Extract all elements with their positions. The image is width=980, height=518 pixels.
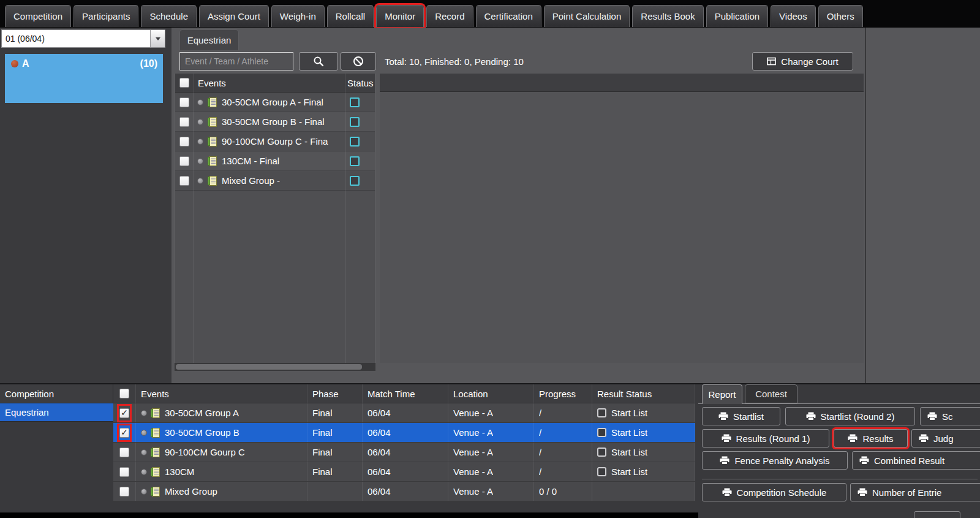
row-checkbox[interactable]	[119, 448, 129, 457]
change-court-label: Change Court	[781, 56, 838, 67]
result-status-value: Start List	[611, 427, 647, 438]
status-checkbox[interactable]	[350, 176, 360, 186]
result-status-value: Start List	[611, 467, 647, 477]
event-list-icon	[151, 467, 160, 477]
status-checkbox[interactable]	[350, 156, 360, 166]
session-select-value: 01 (06/04)	[2, 30, 150, 47]
scrollbar-thumb[interactable]	[176, 364, 362, 370]
column-header-phase: Phase	[307, 384, 363, 403]
results-round1-button[interactable]: Results (Round 1)	[702, 429, 829, 448]
panel-divider	[865, 28, 866, 383]
result-status-checkbox[interactable]	[597, 467, 606, 476]
table-row[interactable]: 90-100CM Gourp C Final 06/04 Venue - A /…	[113, 443, 695, 462]
result-status-checkbox[interactable]	[597, 448, 606, 457]
competition-schedule-button[interactable]: Competition Schedule	[702, 483, 846, 501]
row-checkbox[interactable]	[179, 176, 189, 186]
combined-results-button[interactable]: Combined Result	[852, 451, 980, 470]
session-select[interactable]: 01 (06/04)	[1, 29, 165, 48]
horizontal-scrollbar[interactable]	[175, 363, 375, 371]
dropdown-arrow-icon[interactable]	[150, 30, 165, 47]
column-divider	[194, 74, 194, 363]
event-list-icon	[208, 97, 217, 107]
fence-penalty-analysis-button[interactable]: Fence Penalty Analysis	[702, 451, 848, 470]
judge-button[interactable]: Judg	[911, 429, 980, 448]
tab-monitor[interactable]: Monitor	[376, 5, 424, 27]
search-button[interactable]	[299, 52, 338, 70]
printer-icon	[927, 412, 937, 421]
printer-icon	[806, 412, 816, 421]
row-checkbox[interactable]	[179, 137, 189, 147]
tab-publication[interactable]: Publication	[706, 5, 768, 27]
event-list-icon	[151, 448, 160, 457]
row-checkbox[interactable]	[179, 117, 189, 127]
table-row[interactable]: 30-50CM Group A Final 06/04 Venue - A / …	[113, 403, 695, 423]
court-card[interactable]: A (10)	[5, 54, 163, 103]
select-all-checkbox[interactable]	[119, 389, 129, 398]
tab-rollcall[interactable]: Rollcall	[327, 5, 374, 27]
clear-filter-button[interactable]	[341, 52, 376, 70]
tab-participants[interactable]: Participants	[74, 5, 138, 27]
startlist-button[interactable]: Startlist	[702, 407, 780, 425]
row-checkbox[interactable]	[179, 97, 189, 107]
tab-point-calculation[interactable]: Point Calculation	[544, 5, 630, 27]
tab-assign-court[interactable]: Assign Court	[199, 5, 269, 27]
partial-button[interactable]	[914, 511, 960, 518]
number-of-entries-button[interactable]: Number of Entrie	[850, 483, 980, 501]
match-time-value: 06/04	[368, 447, 391, 457]
search-input[interactable]	[179, 52, 293, 70]
table-row[interactable]: 30-50CM Group B Final 06/04 Venue - A / …	[113, 423, 695, 443]
button-label: Combined Result	[874, 455, 944, 466]
button-label: Competition Schedule	[737, 487, 827, 498]
competition-row-equestrian[interactable]: Equestrian	[0, 403, 113, 422]
monitor-events-table: Events Status 30-50CM Group A - Final 30…	[175, 74, 375, 363]
select-all-checkbox[interactable]	[179, 78, 189, 88]
report-panel: Report Contest Startlist Startlist (Roun…	[698, 384, 980, 518]
row-checkbox[interactable]	[179, 156, 189, 166]
change-court-button[interactable]: Change Court	[752, 52, 853, 70]
tab-equestrian[interactable]: Equestrian	[179, 29, 239, 50]
startlist-round2-button[interactable]: Startlist (Round 2)	[785, 407, 915, 425]
result-status-checkbox[interactable]	[597, 408, 606, 417]
summary-text: Total: 10, Finished: 0, Pending: 10	[385, 52, 524, 70]
event-list-icon	[208, 156, 217, 166]
progress-value: /	[539, 447, 541, 457]
tab-videos[interactable]: Videos	[771, 5, 816, 27]
tab-weigh-in[interactable]: Weigh-in	[271, 5, 325, 27]
detail-panel-header	[380, 74, 864, 92]
tab-results-book[interactable]: Results Book	[632, 5, 703, 27]
row-checkbox[interactable]	[119, 428, 129, 438]
change-court-icon	[767, 57, 776, 66]
status-checkbox[interactable]	[350, 117, 360, 127]
column-header-match-time: Match Time	[363, 384, 448, 403]
status-checkbox[interactable]	[350, 97, 360, 107]
tab-record[interactable]: Record	[426, 5, 473, 27]
tab-schedule[interactable]: Schedule	[141, 5, 197, 27]
printer-icon	[858, 488, 867, 497]
tab-others[interactable]: Others	[818, 5, 863, 27]
row-checkbox[interactable]	[119, 408, 129, 418]
event-list-icon	[208, 137, 217, 147]
progress-value: /	[539, 467, 541, 477]
table-row[interactable]: 130CM Final 06/04 Venue - A / Start List	[113, 462, 695, 482]
location-value: Venue - A	[453, 467, 493, 477]
printer-icon	[722, 488, 732, 497]
bottom-black-strip	[0, 512, 698, 518]
tab-certification[interactable]: Certification	[476, 5, 541, 27]
results-button[interactable]: Results	[834, 429, 908, 448]
status-checkbox[interactable]	[350, 137, 360, 147]
result-status-value: Start List	[611, 408, 647, 418]
progress-value: /	[539, 427, 541, 438]
tab-report[interactable]: Report	[702, 384, 742, 404]
row-checkbox[interactable]	[119, 467, 129, 477]
event-list-icon	[151, 428, 160, 438]
court-status-dot-icon	[11, 60, 18, 67]
button-label: Results (Round 1)	[736, 433, 810, 444]
table-header-row: Events Phase Match Time Location Progres…	[113, 384, 695, 403]
result-status-checkbox[interactable]	[597, 428, 606, 437]
table-row[interactable]: Mixed Group 06/04 Venue - A 0 / 0	[113, 482, 695, 501]
tab-competition[interactable]: Competition	[5, 5, 71, 27]
scoresheet-button[interactable]: Sc	[920, 407, 980, 425]
tab-contest[interactable]: Contest	[745, 384, 797, 403]
button-label: Results	[862, 433, 893, 444]
row-checkbox[interactable]	[119, 487, 129, 497]
